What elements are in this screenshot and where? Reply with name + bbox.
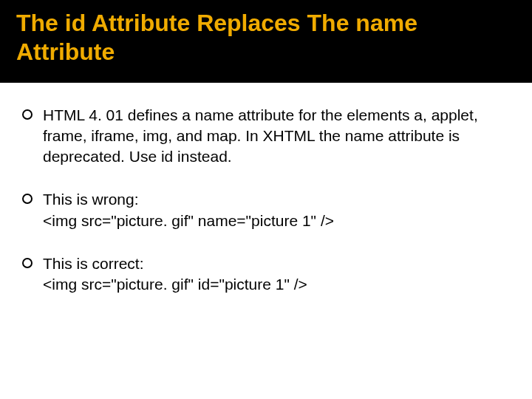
bullet-item: This is correct: <img src="picture. gif"… bbox=[22, 253, 510, 295]
bullet-code: <img src="picture. gif" name="picture 1"… bbox=[43, 212, 334, 229]
bullet-item: HTML 4. 01 defines a name attribute for … bbox=[22, 105, 510, 167]
bullet-marker-icon bbox=[22, 258, 33, 268]
bullet-text: This is wrong: <img src="picture. gif" n… bbox=[43, 189, 510, 231]
bullet-marker-icon bbox=[22, 109, 33, 120]
slide-body: HTML 4. 01 defines a name attribute for … bbox=[0, 83, 532, 295]
bullet-marker-icon bbox=[22, 194, 33, 204]
bullet-code: <img src="picture. gif" id="picture 1" /… bbox=[43, 276, 307, 293]
slide-title: The id Attribute Replaces The name Attri… bbox=[16, 9, 516, 66]
slide-header: The id Attribute Replaces The name Attri… bbox=[0, 0, 532, 83]
bullet-item: This is wrong: <img src="picture. gif" n… bbox=[22, 189, 510, 231]
bullet-text: This is correct: <img src="picture. gif"… bbox=[43, 253, 510, 295]
bullet-label: This is correct: bbox=[43, 255, 144, 272]
bullet-label: This is wrong: bbox=[43, 191, 139, 208]
bullet-text: HTML 4. 01 defines a name attribute for … bbox=[43, 105, 510, 167]
